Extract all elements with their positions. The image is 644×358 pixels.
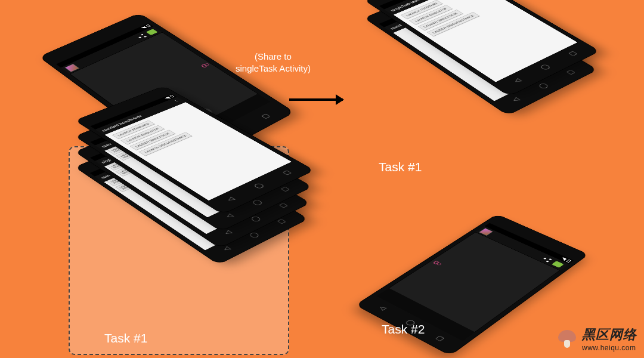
launch-standard-button[interactable]: LAUNCH STANDARD (112, 120, 156, 139)
status-bar (379, 0, 465, 9)
share-target-icon[interactable] (145, 29, 157, 35)
gallery-toolbar (475, 226, 569, 271)
launch-singletop-button[interactable]: LAUNCH SINGLETOP (409, 5, 453, 25)
launch-singleinstance-button[interactable]: LAUNCH SINGLEINSTANCE (427, 12, 480, 36)
label-task1-left: Task #1 (104, 331, 147, 345)
launch-buttons: LAUNCH STANDARD LAUNCH SINGLETOP LAUNCH … (112, 106, 219, 156)
gallery-toolbar (61, 26, 162, 74)
nav-back-icon[interactable] (224, 196, 236, 202)
launch-buttons: LAUNCH STANDARD LAUNCH SINGLETOP LAUNCH … (401, 0, 506, 36)
nav-recent-icon[interactable] (280, 169, 292, 175)
watermark-url: www.heiqu.com (582, 344, 637, 352)
share-target-icon[interactable] (552, 261, 564, 268)
nav-recent-icon[interactable] (259, 112, 271, 119)
share-caption: (Share to singleTask Activity) (236, 51, 311, 75)
label-task2-right: Task #2 (382, 322, 425, 337)
gallery-thumbnail (479, 228, 493, 236)
launch-singletask-button[interactable]: LAUNCH SINGLETASK (129, 129, 176, 150)
activity-title: singleTask launchMode (389, 0, 434, 12)
status-bar (485, 223, 574, 264)
decorative-rings: o○ (199, 62, 211, 69)
launch-singleinstance-button[interactable]: LAUNCH SINGLEINSTANCE (138, 132, 192, 156)
launch-singletop-button[interactable]: LAUNCH SINGLETOP (120, 125, 165, 145)
nav-home-icon[interactable] (538, 63, 551, 70)
mushroom-icon (557, 330, 577, 348)
watermark: 黑区网络 www.heiqu.com (557, 326, 637, 352)
launch-standard-button[interactable]: LAUNCH STANDARD (401, 0, 444, 19)
activity-title: standard launchMode (101, 115, 143, 132)
share-caption-line2: singleTask Activity) (236, 63, 311, 73)
transition-arrow-icon (289, 98, 343, 101)
share-caption-line1: (Share to (255, 51, 292, 61)
share-icon[interactable] (136, 33, 147, 39)
share-icon[interactable] (541, 256, 553, 263)
status-bar (56, 23, 153, 67)
nav-back-icon[interactable] (511, 77, 522, 84)
nav-recent-icon[interactable] (435, 334, 447, 342)
launch-singletask-button[interactable]: LAUNCH SINGLETASK (418, 10, 463, 30)
gallery-thumbnail (64, 64, 79, 72)
nav-back-icon[interactable] (377, 304, 388, 311)
overflow-icon[interactable]: ⋮ (173, 100, 181, 103)
decorative-rings: o○ (431, 259, 444, 266)
watermark-title: 黑区网络 (582, 326, 637, 344)
nav-home-icon[interactable] (252, 182, 265, 189)
nav-recent-icon[interactable] (566, 50, 578, 57)
activity-header: singleTask launchMode ⋮ (384, 0, 473, 15)
